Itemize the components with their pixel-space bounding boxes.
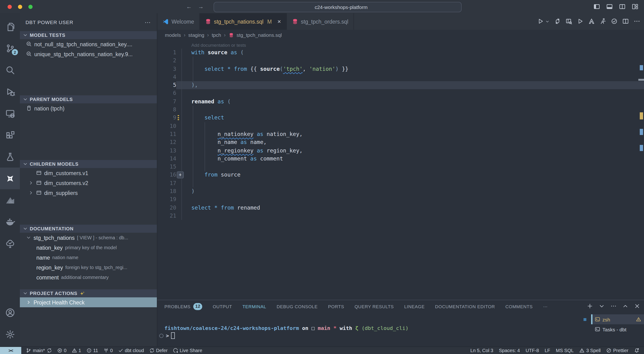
status-infos[interactable]: 11: [86, 348, 98, 353]
code-text[interactable]: [191, 122, 644, 130]
tab-stg-tpch-nations-sql[interactable]: stg_tpch_nations.sqlM×: [200, 13, 286, 30]
activity-item-settings[interactable]: [0, 323, 20, 345]
terminal-view[interactable]: fishtown/coalesce-24/c24-workshops-platf…: [157, 313, 587, 347]
breadcrumb[interactable]: models›staging›tpch›stg_tpch_nations.sql: [157, 30, 644, 40]
query-preview-button[interactable]: [566, 18, 572, 25]
code-text[interactable]: [191, 196, 644, 204]
run-adhoc-button[interactable]: [600, 18, 606, 25]
terminal-tab-tasks-dbt[interactable]: Tasks - dbt: [591, 324, 644, 334]
new-terminal-button[interactable]: [587, 303, 593, 310]
panel-tab--[interactable]: ⋯: [543, 304, 548, 309]
status-errors[interactable]: 0: [57, 348, 66, 353]
navigate-back-button[interactable]: ←: [186, 3, 192, 10]
status-live-share[interactable]: Live Share: [173, 348, 202, 353]
activity-item-explorer[interactable]: [0, 15, 20, 37]
sidebar-item[interactable]: nation (tpch): [20, 103, 157, 113]
navigate-forward-button[interactable]: →: [198, 3, 204, 10]
code-editor[interactable]: Add documentation or tests 1with source …: [157, 40, 644, 300]
close-window-button[interactable]: [8, 4, 12, 9]
code-text[interactable]: with source as (: [191, 49, 644, 57]
code-text[interactable]: n_nationkey as nation_key,: [191, 130, 644, 139]
minimize-window-button[interactable]: [18, 4, 22, 9]
tab-welcome[interactable]: Welcome: [157, 13, 200, 30]
status-warnings[interactable]: 1: [72, 348, 81, 353]
panel-tab-terminal[interactable]: TERMINAL: [242, 304, 266, 309]
command-center-search[interactable]: c24-workshops-platform: [214, 2, 462, 12]
panel-tab-debug-console[interactable]: DEBUG CONSOLE: [277, 304, 318, 309]
split-editor-layout-button[interactable]: [619, 3, 626, 11]
remote-indicator[interactable]: ><: [0, 347, 21, 354]
code-text[interactable]: n_regionkey as region_key,: [191, 147, 644, 155]
sidebar-more-actions-button[interactable]: ⋯: [144, 19, 151, 26]
sidebar-item[interactable]: not_null_stg_tpch_nations_nation_key....: [20, 39, 157, 49]
status-language-mode[interactable]: MS SQL: [556, 348, 574, 353]
code-text[interactable]: [191, 73, 644, 81]
activity-item-source-control[interactable]: 2: [0, 37, 20, 59]
sidebar-item[interactable]: nation_keyprimary key of the model: [20, 243, 157, 253]
sidebar-item[interactable]: unique_stg_tpch_nations_nation_key.9...: [20, 49, 157, 59]
status-encoding[interactable]: UTF-8: [526, 348, 539, 353]
sidebar-item[interactable]: namenation name: [20, 253, 157, 262]
panel-tab-comments[interactable]: COMMENTS: [505, 304, 533, 309]
activity-item-dbt-power-user[interactable]: [0, 168, 20, 189]
activity-item-testing[interactable]: [0, 146, 20, 168]
code-text[interactable]: renamed as (: [191, 98, 644, 106]
code-text[interactable]: [191, 106, 644, 114]
status-notifications[interactable]: [634, 348, 639, 353]
code-text[interactable]: ),: [191, 81, 644, 89]
section-header[interactable]: PARENT MODELS: [20, 95, 157, 103]
panel-tab-problems[interactable]: PROBLEMS12: [164, 303, 202, 310]
toggle-sidebar-button[interactable]: [594, 3, 600, 11]
sidebar-item[interactable]: region_keyforeign key to stg_tpch_regi..…: [20, 262, 157, 272]
code-text[interactable]: select: [191, 114, 644, 122]
customize-layout-button[interactable]: [632, 3, 638, 11]
code-text[interactable]: select * from {{ source('tpch', 'nation'…: [191, 65, 644, 73]
status-cursor-position[interactable]: Ln 5, Col 3: [470, 348, 493, 353]
status-spell-checker[interactable]: 3 Spell: [579, 348, 600, 353]
code-text[interactable]: [191, 179, 644, 188]
activity-item-dbt-cloud[interactable]: [0, 189, 20, 211]
zoom-window-button[interactable]: [28, 4, 32, 9]
status-indentation[interactable]: Spaces: 4: [499, 348, 520, 353]
terminal-tab-zsh[interactable]: zsh: [591, 314, 644, 324]
code-text[interactable]: select * from renamed: [191, 204, 644, 212]
sidebar-item[interactable]: Project Health Check: [20, 297, 157, 307]
sidebar-item[interactable]: stg_tpch_nations[ VIEW ] - schema : db..…: [20, 233, 157, 243]
split-editor-button[interactable]: [622, 18, 629, 25]
panel-tab-documentation-editor[interactable]: DOCUMENTATION EDITOR: [435, 304, 495, 309]
codelens-action[interactable]: Add documentation or tests: [191, 41, 644, 49]
sidebar-item[interactable]: dim_customers.v2: [20, 178, 157, 188]
code-text[interactable]: from source: [191, 171, 644, 179]
status-defer[interactable]: Defer: [149, 348, 168, 353]
code-text[interactable]: [191, 57, 644, 65]
tab-stg-tpch-orders-sql[interactable]: stg_tpch_orders.sql: [287, 13, 354, 30]
activity-item-search[interactable]: [0, 59, 20, 81]
panel-tab-lineage[interactable]: LINEAGE: [404, 304, 425, 309]
section-header[interactable]: CHILDREN MODELS: [20, 160, 157, 168]
status-eol[interactable]: LF: [544, 348, 550, 353]
dbt-compile-button[interactable]: [588, 18, 595, 25]
panel-tab-query-results[interactable]: QUERY RESULTS: [354, 304, 394, 309]
code-text[interactable]: [191, 163, 644, 171]
code-text[interactable]: n_comment as comment: [191, 155, 644, 163]
status-ports-forwarded[interactable]: 0: [103, 348, 113, 353]
status-prettier[interactable]: Prettier: [606, 348, 628, 353]
activity-item-accounts[interactable]: [0, 302, 20, 323]
sidebar-item[interactable]: commentadditional commentary: [20, 272, 157, 282]
run-model-button[interactable]: [537, 18, 544, 25]
code-text[interactable]: ): [191, 187, 644, 196]
section-header[interactable]: DOCUMENTATION: [20, 225, 157, 233]
code-text[interactable]: n_name as name,: [191, 139, 644, 147]
toggle-panel-button[interactable]: [606, 3, 613, 11]
section-header[interactable]: MODEL TESTS: [20, 31, 157, 39]
status-git-branch-status[interactable]: main*: [26, 348, 52, 353]
activity-item-todo-tree[interactable]: [0, 233, 20, 254]
activity-item-docker[interactable]: [0, 211, 20, 233]
close-tab-icon[interactable]: ×: [277, 18, 281, 25]
maximize-panel-button[interactable]: [622, 303, 628, 310]
more-actions-button[interactable]: [634, 18, 640, 25]
panel-tab-ports[interactable]: PORTS: [328, 304, 344, 309]
terminal-profile-dropdown-button[interactable]: [599, 303, 605, 310]
run-tests-button[interactable]: [611, 18, 618, 25]
panel-more-button[interactable]: [610, 303, 616, 310]
